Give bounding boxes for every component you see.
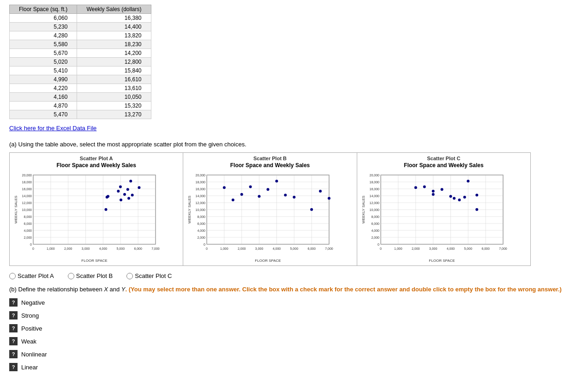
table-cell: 4,870	[10, 102, 77, 110]
svg-text:8,000: 8,000	[371, 215, 379, 218]
svg-point-49	[104, 208, 107, 211]
table-cell: 5,470	[10, 110, 77, 119]
svg-text:12,000: 12,000	[369, 201, 379, 205]
table-cell: 4,160	[10, 93, 77, 102]
svg-text:14,000: 14,000	[22, 194, 32, 198]
svg-text:7,000: 7,000	[151, 247, 160, 250]
svg-text:2,000: 2,000	[412, 247, 420, 250]
scatter-plot-header: Scatter Plot C	[360, 156, 528, 161]
table-row: 4,22013,610	[10, 84, 151, 93]
part-b-intro: (b) Define the relationship between	[9, 286, 104, 293]
radio-option-c[interactable]: Scatter Plot C	[126, 272, 172, 279]
svg-text:8,000: 8,000	[24, 215, 32, 218]
table-cell: 5,670	[10, 49, 77, 58]
svg-point-95	[240, 193, 243, 196]
svg-point-51	[127, 197, 130, 199]
radio-row: Scatter Plot AScatter Plot BScatter Plot…	[9, 272, 579, 279]
svg-text:2,000: 2,000	[238, 247, 246, 250]
svg-text:4,000: 4,000	[446, 247, 455, 250]
svg-text:2,000: 2,000	[24, 236, 32, 239]
svg-text:WEEKLY SALES: WEEKLY SALES	[14, 196, 18, 224]
svg-text:0: 0	[378, 243, 379, 246]
checkbox-box-strong[interactable]: ?	[9, 311, 18, 320]
table-row: 5,58018,230	[10, 40, 151, 49]
svg-text:18,000: 18,000	[369, 181, 379, 184]
svg-text:2,000: 2,000	[198, 236, 206, 239]
svg-text:12,000: 12,000	[22, 201, 32, 205]
svg-text:4,000: 4,000	[273, 247, 281, 250]
radio-input-a[interactable]	[9, 273, 16, 279]
excel-link[interactable]: Click here for the Excel Data File	[9, 125, 96, 132]
svg-point-151	[467, 180, 469, 182]
svg-point-153	[458, 199, 461, 201]
svg-text:WEEKLY SALES: WEEKLY SALES	[361, 196, 366, 224]
svg-text:2,000: 2,000	[64, 247, 72, 250]
checkbox-box-weak[interactable]: ?	[9, 337, 18, 345]
svg-text:FLOOR SPACE: FLOOR SPACE	[255, 259, 281, 263]
scatter-plots-container: Scatter Plot AFloor Space and Weekly Sal…	[9, 152, 531, 266]
svg-text:0: 0	[204, 243, 205, 246]
radio-option-a[interactable]: Scatter Plot A	[9, 272, 54, 279]
svg-text:1,000: 1,000	[220, 247, 228, 250]
checkbox-box-linear[interactable]: ?	[9, 363, 18, 371]
table-cell: 12,800	[77, 58, 151, 66]
svg-text:6,000: 6,000	[371, 222, 379, 225]
table-row: 5,02012,800	[10, 58, 151, 66]
svg-text:10,000: 10,000	[369, 208, 379, 211]
svg-text:0: 0	[32, 247, 34, 250]
svg-point-99	[232, 199, 234, 201]
svg-point-98	[284, 194, 287, 197]
table-cell: 16,610	[77, 75, 151, 84]
svg-text:1,000: 1,000	[47, 247, 55, 250]
svg-text:10,000: 10,000	[22, 208, 32, 211]
radio-input-b[interactable]	[68, 273, 74, 279]
svg-point-105	[328, 197, 330, 199]
part-b-text: (b) Define the relationship between X an…	[9, 286, 579, 293]
table-cell: 13,270	[77, 110, 151, 119]
svg-text:16,000: 16,000	[196, 187, 206, 191]
scatter-plot-b: Scatter Plot BFloor Space and Weekly Sal…	[183, 153, 357, 265]
svg-text:6,000: 6,000	[481, 247, 490, 250]
table-row: 4,28013,820	[10, 31, 151, 40]
table-cell: 5,020	[10, 58, 77, 66]
checkbox-label-nonlinear: Nonlinear	[21, 351, 47, 358]
radio-label: Scatter Plot C	[135, 272, 172, 279]
svg-point-103	[310, 208, 313, 211]
svg-text:5,000: 5,000	[117, 247, 125, 250]
checkbox-label-linear: Linear	[21, 364, 38, 371]
svg-text:20,000: 20,000	[369, 174, 379, 177]
checkbox-box-positive[interactable]: ?	[9, 324, 18, 332]
svg-point-45	[120, 199, 122, 201]
svg-text:12,000: 12,000	[196, 201, 206, 205]
scatter-plot-header: Scatter Plot B	[186, 156, 354, 161]
svg-text:6,000: 6,000	[24, 222, 32, 225]
part-b-and: and	[108, 286, 121, 293]
svg-point-157	[475, 208, 478, 211]
svg-text:WEEKLY SALES: WEEKLY SALES	[187, 196, 192, 224]
radio-option-b[interactable]: Scatter Plot B	[68, 272, 113, 279]
checkbox-item-nonlinear: ?Nonlinear	[9, 350, 579, 358]
svg-point-100	[267, 188, 270, 191]
svg-text:8,000: 8,000	[198, 215, 206, 218]
svg-text:16,000: 16,000	[369, 187, 379, 191]
checkbox-box-negative[interactable]: ?	[9, 298, 18, 307]
svg-point-104	[319, 190, 322, 193]
radio-input-c[interactable]	[126, 273, 133, 279]
checkbox-box-nonlinear[interactable]: ?	[9, 350, 18, 358]
checkbox-label-negative: Negative	[21, 299, 45, 306]
part-b-y: Y	[121, 286, 126, 293]
svg-text:0: 0	[380, 247, 382, 250]
checkbox-item-positive: ?Positive	[9, 324, 579, 332]
question-a: (a) Using the table above, select the mo…	[9, 141, 579, 148]
scatter-svg: 02,0004,0006,0008,00010,00012,00014,0001…	[360, 170, 508, 263]
svg-text:18,000: 18,000	[22, 181, 32, 184]
svg-point-102	[293, 196, 296, 199]
svg-text:18,000: 18,000	[196, 181, 206, 184]
scatter-plot-title: Floor Space and Weekly Sales	[360, 162, 528, 169]
svg-point-41	[123, 193, 126, 196]
checkboxes-container: ?Negative?Strong?Positive?Weak?Nonlinear…	[9, 298, 579, 371]
table-cell: 5,580	[10, 40, 77, 49]
scatter-plot-header: Scatter Plot A	[12, 156, 180, 161]
svg-point-152	[475, 194, 478, 197]
svg-point-48	[106, 196, 108, 199]
